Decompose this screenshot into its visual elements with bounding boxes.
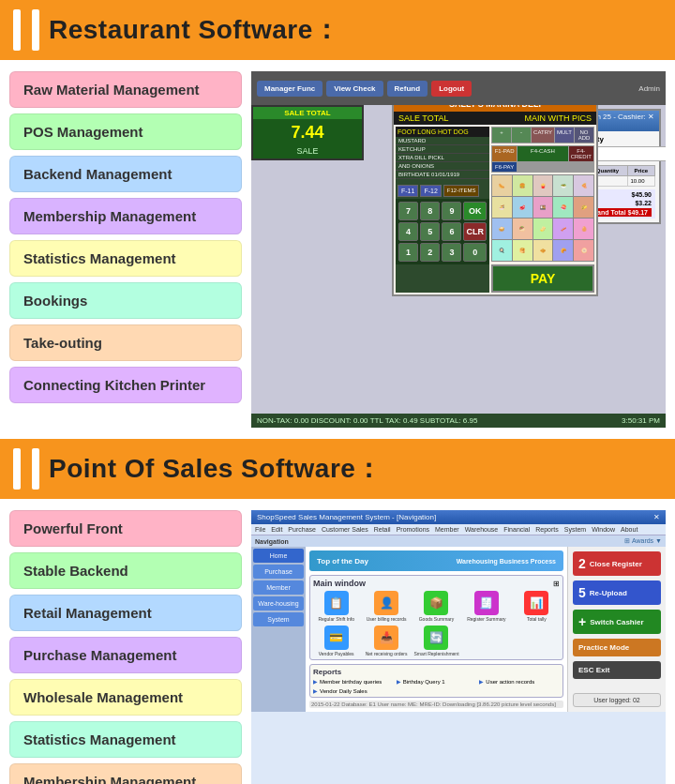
btn-5[interactable]: 5	[420, 222, 440, 241]
menu-system[interactable]: System	[564, 526, 586, 533]
feature-takeouting[interactable]: Take-outing	[9, 324, 242, 361]
cat-btn-noadd[interactable]: NO ADD	[575, 128, 593, 143]
icon-item-7[interactable]: 📥 Net receiving orders	[363, 626, 409, 656]
menu-about[interactable]: About	[621, 526, 638, 533]
menu-edit[interactable]: Edit	[271, 526, 282, 533]
food-item-11[interactable]: 🥪	[492, 219, 512, 239]
food-item-6[interactable]: 🍜	[492, 197, 512, 218]
icon-item-6[interactable]: 💳 Vendor Payables	[313, 626, 359, 656]
f4-credit-btn[interactable]: F4-CREDIT	[569, 146, 593, 161]
feature-stable-backend[interactable]: Stable Backend	[9, 552, 242, 589]
food-item-1[interactable]: 🌭	[492, 175, 512, 196]
food-item-4[interactable]: 🥗	[553, 175, 573, 196]
icon-item-2[interactable]: 👤 User billing records	[363, 591, 409, 622]
btn-ok[interactable]: OK	[463, 202, 487, 220]
btn-6[interactable]: 6	[442, 222, 461, 241]
report-item-3[interactable]: ▶ User action records	[479, 678, 560, 685]
menu-warehouse[interactable]: Warehouse	[465, 526, 499, 533]
refund-btn[interactable]: Refund	[387, 81, 428, 97]
f12-btn[interactable]: F-12	[420, 185, 441, 197]
btn-1[interactable]: 1	[398, 243, 418, 262]
report-item-4[interactable]: ▶ Vendor Daily Sales	[313, 687, 394, 694]
btn-0[interactable]: 0	[463, 243, 487, 262]
f11-btn[interactable]: F-11	[398, 185, 418, 197]
food-item-9[interactable]: 🍣	[553, 197, 573, 218]
btn-8[interactable]: 8	[420, 202, 440, 220]
f4-cash-btn[interactable]: F4-CASH	[518, 146, 567, 161]
nav-warehousing[interactable]: Ware-housing	[253, 596, 304, 611]
feature-backend[interactable]: Backend Management	[9, 156, 242, 192]
food-item-13[interactable]: 🫔	[533, 219, 553, 239]
food-item-19[interactable]: 🥐	[553, 240, 573, 261]
practice-mode-btn[interactable]: Practice Mode	[573, 639, 661, 656]
menu-customer-sales[interactable]: Customer Sales	[322, 526, 368, 533]
cat-btn-mult[interactable]: MULT	[555, 128, 574, 143]
nav-system[interactable]: System	[253, 612, 304, 626]
btn-4[interactable]: 4	[398, 222, 418, 241]
feature-kitchen-printer[interactable]: Connecting Kitchen Printer	[9, 367, 242, 403]
food-item-7[interactable]: 🥩	[513, 197, 532, 218]
f1-pad-btn[interactable]: F1-PAD	[492, 146, 517, 161]
food-item-12[interactable]: 🥙	[513, 219, 532, 239]
main-window-close[interactable]: ⊞	[553, 580, 560, 588]
menu-financial[interactable]: Financial	[503, 526, 530, 533]
nav-search[interactable]: ⊞ Awards ▼	[624, 537, 662, 545]
icon-item-5[interactable]: 📊 Total tally	[514, 591, 560, 622]
cat-btn-plus[interactable]: +	[492, 128, 511, 143]
menu-member[interactable]: Member	[435, 526, 459, 533]
report-item-2[interactable]: ▶ Birthday Query 1	[397, 678, 477, 685]
nav-home[interactable]: Home	[253, 549, 304, 563]
menu-window[interactable]: Window	[592, 526, 615, 533]
food-item-16[interactable]: 🍳	[492, 240, 512, 261]
menu-promotions[interactable]: Promotions	[397, 526, 429, 533]
food-item-10[interactable]: 🌮	[574, 197, 593, 218]
icon-item-1[interactable]: 📋 Regular Shift Info	[313, 591, 359, 622]
menu-retail[interactable]: Retail	[374, 526, 391, 533]
feature-raw-material[interactable]: Raw Material Management	[9, 71, 242, 108]
pos2-close[interactable]: ✕	[653, 513, 660, 521]
food-item-8[interactable]: 🍱	[533, 197, 553, 218]
btn-9[interactable]: 9	[442, 202, 461, 220]
btn-3[interactable]: 3	[442, 243, 461, 262]
f12-items-btn[interactable]: F12-ITEMS	[443, 185, 480, 197]
feature-bookings[interactable]: Bookings	[9, 282, 242, 319]
feature-membership-pos[interactable]: Membership Management	[9, 763, 242, 784]
switch-cashier-btn[interactable]: + Switch Cashier	[573, 610, 661, 634]
menu-purchase[interactable]: Purchase	[288, 526, 316, 533]
feature-wholesale[interactable]: Wholesale Management	[9, 679, 242, 716]
barcode-close[interactable]: ✕	[648, 113, 654, 129]
feature-purchase[interactable]: Purchase Management	[9, 637, 242, 673]
re-upload-btn[interactable]: 5 Re-Upload	[573, 580, 661, 605]
feature-statistics[interactable]: Statistics Management	[9, 240, 242, 277]
btn-2[interactable]: 2	[420, 243, 440, 262]
feature-statistics-pos[interactable]: Statistics Management	[9, 721, 242, 758]
btn-7[interactable]: 7	[398, 202, 418, 220]
food-item-18[interactable]: 🧇	[533, 240, 553, 261]
nav-purchase[interactable]: Purchase	[253, 565, 304, 579]
feature-membership[interactable]: Membership Management	[9, 198, 242, 234]
logout-btn[interactable]: Logout	[431, 81, 472, 97]
menu-reports[interactable]: Reports	[535, 526, 559, 533]
f6-pay-btn[interactable]: F6-PAY	[492, 162, 517, 172]
food-item-14[interactable]: 🥓	[553, 219, 573, 239]
food-item-2[interactable]: 🍔	[513, 175, 532, 196]
food-item-20[interactable]: 🫓	[574, 240, 593, 261]
feature-retail[interactable]: Retail Management	[9, 595, 242, 631]
feature-powerful-front[interactable]: Powerful Front	[9, 510, 242, 547]
cat-btn-minus[interactable]: -	[512, 128, 531, 143]
manager-func-btn[interactable]: Manager Func	[257, 81, 322, 97]
food-item-17[interactable]: 🥞	[513, 240, 532, 261]
icon-item-8[interactable]: 🔄 Smart Replenishment	[413, 626, 459, 656]
close-register-btn[interactable]: 2 Close Register	[573, 551, 661, 576]
food-item-5[interactable]: 🍕	[574, 175, 593, 196]
food-item-15[interactable]: 🥚	[574, 219, 593, 239]
feature-pos-management[interactable]: POS Management	[9, 113, 242, 150]
esc-exit-btn[interactable]: ESC Exit	[573, 661, 661, 679]
quantity-input-field[interactable]	[587, 146, 666, 161]
pay-button[interactable]: PAY	[491, 264, 594, 293]
btn-clr[interactable]: CLR	[463, 222, 487, 241]
report-item-1[interactable]: ▶ Member birthday queries	[313, 678, 394, 685]
icon-item-3[interactable]: 📦 Goods Summary	[413, 591, 459, 622]
menu-file[interactable]: File	[255, 526, 265, 533]
icon-item-4[interactable]: 🧾 Register Summary	[463, 591, 509, 622]
